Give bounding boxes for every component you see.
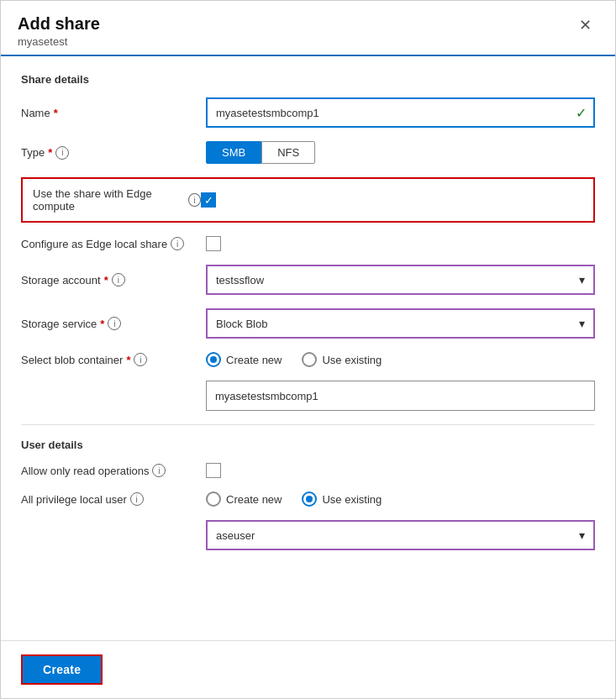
- use-existing-option[interactable]: Use existing: [302, 352, 382, 367]
- privilege-use-existing-radio[interactable]: [302, 491, 317, 507]
- use-existing-label: Use existing: [322, 354, 382, 366]
- name-row: Name * ✓: [21, 97, 595, 128]
- type-label: Type * i: [21, 146, 206, 160]
- storage-service-value: Block Blob: [216, 318, 267, 330]
- create-new-option[interactable]: Create new: [206, 352, 282, 367]
- privilege-create-new-label: Create new: [226, 493, 282, 506]
- allow-read-label: Allow only read operations i: [21, 464, 206, 477]
- type-toggle-group: SMB NFS: [206, 141, 595, 164]
- edge-compute-control: ✓: [201, 192, 583, 208]
- name-input[interactable]: [206, 97, 595, 128]
- type-row: Type * i SMB NFS: [21, 141, 595, 164]
- blob-container-row: Select blob container * i Create new Use…: [21, 352, 595, 367]
- smb-toggle-button[interactable]: SMB: [206, 141, 261, 164]
- privilege-use-existing-label: Use existing: [322, 493, 382, 506]
- blob-container-control: Create new Use existing: [206, 352, 595, 367]
- configure-row: Configure as Edge local share i: [21, 236, 595, 251]
- allow-read-row: Allow only read operations i: [21, 463, 595, 478]
- edge-compute-checkbox[interactable]: ✓: [201, 192, 216, 208]
- blob-container-required: *: [126, 354, 130, 366]
- close-button[interactable]: ✕: [572, 14, 598, 36]
- user-dropdown-row: aseuser ▾: [21, 520, 595, 550]
- blob-container-label: Select blob container * i: [21, 353, 206, 366]
- name-control: ✓: [206, 97, 595, 128]
- configure-control: [206, 236, 595, 251]
- container-name-row: [21, 381, 595, 411]
- storage-service-control: Block Blob ▾: [206, 308, 595, 339]
- name-label: Name *: [21, 107, 206, 119]
- configure-checkbox[interactable]: [206, 236, 221, 251]
- create-button[interactable]: Create: [21, 654, 103, 685]
- type-info-icon: i: [55, 146, 69, 160]
- privilege-use-existing-option[interactable]: Use existing: [302, 491, 382, 507]
- allow-read-control: [206, 463, 595, 478]
- share-details-section: Share details: [21, 73, 595, 86]
- storage-account-value: testssflow: [216, 274, 264, 286]
- dialog-title: Add share: [18, 14, 100, 34]
- edge-compute-label: Use the share with Edge compute i: [33, 187, 201, 213]
- configure-label: Configure as Edge local share i: [21, 237, 206, 250]
- user-dropdown-value: aseuser: [216, 529, 255, 542]
- dialog-footer: Create: [1, 640, 615, 698]
- name-check-icon: ✓: [576, 105, 587, 121]
- storage-service-label: Storage service * i: [21, 317, 206, 330]
- storage-account-info-icon: i: [112, 273, 125, 286]
- storage-service-row: Storage service * i Block Blob ▾: [21, 308, 595, 339]
- storage-account-chevron-icon: ▾: [579, 273, 585, 286]
- nfs-toggle-button[interactable]: NFS: [261, 141, 315, 164]
- storage-service-info-icon: i: [108, 317, 121, 330]
- blob-container-radio-group: Create new Use existing: [206, 352, 595, 367]
- storage-service-dropdown[interactable]: Block Blob ▾: [206, 308, 595, 339]
- container-name-control: [206, 381, 595, 411]
- storage-account-row: Storage account * i testssflow ▾: [21, 265, 595, 295]
- section-divider: [21, 424, 595, 425]
- storage-account-control: testssflow ▾: [206, 265, 595, 295]
- type-control: SMB NFS: [206, 141, 595, 164]
- privilege-user-info-icon: i: [130, 492, 144, 506]
- name-required: *: [54, 107, 58, 119]
- allow-read-info-icon: i: [152, 464, 166, 477]
- privilege-user-control: Create new Use existing: [206, 491, 595, 507]
- storage-account-required: *: [104, 274, 108, 286]
- edge-compute-checkbox-wrapper: ✓: [201, 192, 583, 208]
- create-new-radio[interactable]: [206, 352, 221, 367]
- blob-container-info-icon: i: [134, 353, 147, 366]
- privilege-user-row: All privilege local user i Create new Us…: [21, 491, 595, 507]
- privilege-create-new-radio[interactable]: [206, 491, 221, 507]
- configure-checkbox-wrapper: [206, 236, 595, 251]
- edge-compute-row: Use the share with Edge compute i ✓: [21, 177, 595, 223]
- dialog-body: Share details Name * ✓ Type * i: [1, 56, 615, 640]
- user-dropdown[interactable]: aseuser ▾: [206, 520, 595, 550]
- privilege-radio-group: Create new Use existing: [206, 491, 595, 507]
- user-details-section: User details: [21, 439, 595, 451]
- privilege-user-label: All privilege local user i: [21, 492, 206, 506]
- type-required: *: [48, 146, 52, 159]
- add-share-dialog: Add share myasetest ✕ Share details Name…: [0, 0, 616, 699]
- storage-service-chevron-icon: ▾: [579, 317, 585, 330]
- storage-account-label: Storage account * i: [21, 273, 206, 286]
- allow-read-checkbox[interactable]: [206, 463, 221, 478]
- edge-compute-info-icon: i: [188, 193, 201, 207]
- privilege-create-new-option[interactable]: Create new: [206, 491, 282, 507]
- user-dropdown-chevron-icon: ▾: [579, 528, 585, 542]
- create-new-label: Create new: [226, 354, 282, 366]
- storage-account-dropdown[interactable]: testssflow ▾: [206, 265, 595, 295]
- use-existing-radio[interactable]: [302, 352, 317, 367]
- header-left: Add share myasetest: [18, 14, 100, 55]
- storage-service-required: *: [100, 318, 104, 330]
- configure-info-icon: i: [171, 237, 184, 250]
- dialog-subtitle: myasetest: [18, 35, 100, 48]
- container-name-input[interactable]: [206, 381, 595, 411]
- edge-compute-check-mark: ✓: [204, 195, 213, 206]
- name-input-wrapper: ✓: [206, 97, 595, 128]
- user-dropdown-control: aseuser ▾: [206, 520, 595, 550]
- dialog-header: Add share myasetest ✕: [1, 1, 615, 56]
